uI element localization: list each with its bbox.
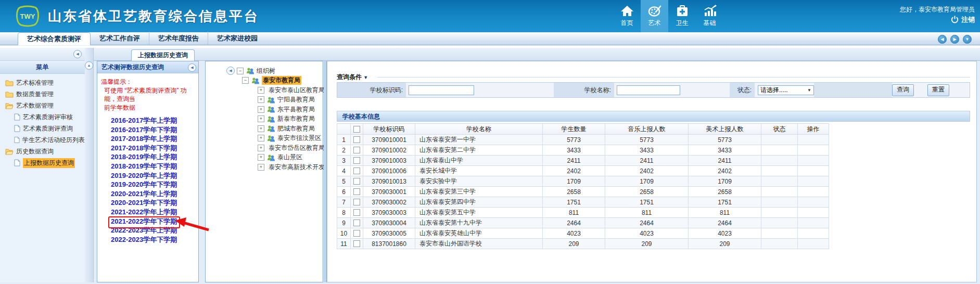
tab-art-annual-report[interactable]: 艺术年度报告 xyxy=(149,32,208,45)
minus-box-icon[interactable]: − xyxy=(237,68,244,74)
row-checkbox[interactable] xyxy=(353,167,360,174)
tree-node-district[interactable]: + 泰安市徂汶景区 xyxy=(206,134,323,144)
plus-box-icon[interactable]: + xyxy=(258,154,264,161)
sidebar-item-art-data-mgmt[interactable]: 艺术数据管理 xyxy=(0,100,85,111)
plus-box-icon[interactable]: + xyxy=(258,96,264,103)
col-students: 学生数量 xyxy=(543,124,605,135)
splitter-collapse-button[interactable]: ▲ xyxy=(85,61,93,70)
main-panel: 查询条件 ▼ 学校标识码: 学校名称: 状态: 请选择..... ▼ 查询 重置… xyxy=(327,61,977,282)
term-link[interactable]: 2022-2023学年下学期 xyxy=(111,235,198,244)
plus-box-icon[interactable]: + xyxy=(258,164,264,171)
tree-node-root[interactable]: ◀ − 组织树 xyxy=(206,66,323,76)
plus-box-icon[interactable]: + xyxy=(258,145,264,151)
nav-label: 卫生 xyxy=(676,19,689,28)
plus-box-icon[interactable]: + xyxy=(258,106,264,113)
term-link[interactable]: 2017-2018学年下学期 xyxy=(111,144,198,153)
sidebar-splitter[interactable]: ▲ xyxy=(85,48,94,282)
row-checkbox[interactable] xyxy=(353,136,360,143)
nav-forward-circle-button[interactable]: ▶ xyxy=(950,35,959,44)
term-link[interactable]: 2017-2018学年上学期 xyxy=(111,134,198,144)
nav-item-home[interactable]: 首页 xyxy=(613,0,641,32)
row-checkbox[interactable] xyxy=(353,220,360,226)
tree-collapse-button[interactable]: ◀ xyxy=(226,67,235,75)
chevron-down-icon: ▼ xyxy=(363,75,368,80)
sidebar-collapse-button[interactable]: ◀ xyxy=(73,50,82,58)
file-icon xyxy=(14,159,20,166)
table-row: 7 3709030002 山东省泰安第四中学 1751 1751 1751 xyxy=(337,197,829,208)
row-checkbox[interactable] xyxy=(353,147,360,153)
term-link[interactable]: 2020-2021学年下学期 xyxy=(111,198,198,208)
table-header-row: 学校标识码 学校名称 学生数量 音乐上报人数 美术上报人数 状态 操作 xyxy=(337,124,829,135)
term-link[interactable]: 2019-2020学年上学期 xyxy=(111,171,198,180)
row-checkbox[interactable] xyxy=(353,199,360,205)
row-checkbox[interactable] xyxy=(353,230,360,237)
col-music: 音乐上报人数 xyxy=(605,124,689,135)
school-info-section-header: 学校基本信息 xyxy=(337,111,970,122)
row-checkbox[interactable] xyxy=(353,240,360,247)
tree-node-district[interactable]: + 泰安市岱岳区教育局 xyxy=(206,143,323,153)
nav-item-basic[interactable]: 基础 xyxy=(696,0,723,32)
row-checkbox[interactable] xyxy=(353,157,360,164)
status-select[interactable]: 请选择..... ▼ xyxy=(758,85,814,95)
row-checkbox[interactable] xyxy=(353,209,360,216)
bar-chart-icon xyxy=(703,5,717,17)
tree-node-district[interactable]: + 宁阳县教育局 xyxy=(206,95,323,105)
tree-node-district[interactable]: + 肥城市教育局 xyxy=(206,124,323,134)
tree-node-district[interactable]: + 新泰市教育局 xyxy=(206,114,323,124)
term-link[interactable]: 2018-2019学年下学期 xyxy=(111,162,198,171)
plus-box-icon[interactable]: + xyxy=(258,87,264,94)
subtab-history-query[interactable]: 上报数据历史查询 xyxy=(131,49,195,61)
sidebar-item-data-quality[interactable]: 数据质量管理 xyxy=(0,88,85,100)
table-row: 9 3709030004 山东省泰安第十九中学 2464 2464 2464 xyxy=(337,218,829,228)
tree-node-district[interactable]: + 泰山景区 xyxy=(206,153,323,163)
tree-node-district[interactable]: + 泰安市泰山区教育局 xyxy=(206,85,323,95)
sidebar-item-eval-query[interactable]: 艺术素质测评查询 xyxy=(0,123,85,134)
svg-text:TWY: TWY xyxy=(20,12,35,20)
term-link[interactable]: 2021-2022学年上学期 xyxy=(111,208,198,217)
sidebar-item-report-history-query[interactable]: 上报数据历史查询 xyxy=(0,157,85,169)
nav-label: 首页 xyxy=(621,19,633,28)
plus-box-icon[interactable]: + xyxy=(258,125,264,132)
term-link[interactable]: 2021-2022学年下学期 xyxy=(111,217,198,226)
nav-item-art[interactable]: 艺术 xyxy=(641,0,668,32)
term-link[interactable]: 2018-2019学年上学期 xyxy=(111,152,198,162)
sidebar-item-eval-audit[interactable]: 艺术素质测评审核 xyxy=(0,111,85,123)
search-button[interactable]: 查询 xyxy=(892,84,914,96)
select-all-checkbox[interactable] xyxy=(353,126,360,133)
school-id-input[interactable] xyxy=(409,85,474,95)
row-checkbox[interactable] xyxy=(353,188,360,195)
history-panel-collapse-button[interactable]: ◀ xyxy=(188,63,196,72)
reset-button[interactable]: 重置 xyxy=(927,84,949,96)
tree-node-district[interactable]: + 东平县教育局 xyxy=(206,105,323,114)
sidebar-item-activity-list[interactable]: 学生艺术活动经历列表 xyxy=(0,134,85,146)
group-people-icon xyxy=(246,67,254,74)
logout-button[interactable]: 注销 xyxy=(900,15,975,24)
school-name-input[interactable] xyxy=(617,85,680,95)
nav-menu-circle-button[interactable]: ▼ xyxy=(963,35,972,44)
term-link-highlighted[interactable]: 2022-2023学年上学期 xyxy=(111,226,198,235)
plus-box-icon[interactable]: + xyxy=(258,135,264,141)
plus-box-icon[interactable]: + xyxy=(258,115,264,122)
tab-art-self-eval[interactable]: 艺术工作自评 xyxy=(91,32,149,45)
tab-art-quality-eval[interactable]: 艺术综合素质测评 xyxy=(18,32,91,45)
tab-artist-campus[interactable]: 艺术家进校园 xyxy=(208,32,266,45)
minus-box-icon[interactable]: − xyxy=(242,77,249,84)
sidebar-item-art-standards[interactable]: 艺术标准管理 xyxy=(0,77,85,88)
col-school-name: 学校名称 xyxy=(415,124,543,135)
group-people-icon xyxy=(266,106,275,113)
tree-node-district[interactable]: + 泰安市高新技术开发区 xyxy=(206,162,323,172)
term-link[interactable]: 2016-2017学年上学期 xyxy=(111,116,198,125)
query-conditions-label[interactable]: 查询条件 ▼ xyxy=(337,73,368,82)
tree-node-bureau[interactable]: − 泰安市教育局 xyxy=(206,76,323,86)
term-link[interactable]: 2016-2017学年下学期 xyxy=(111,125,198,135)
table-row: 3 3709010003 山东省泰山中学 2411 2411 2411 xyxy=(337,156,829,166)
nav-back-circle-button[interactable]: ◀ xyxy=(938,35,947,44)
logout-label: 注销 xyxy=(961,15,975,24)
sidebar-item-history-data[interactable]: 历史数据查询 xyxy=(0,146,85,157)
row-checkbox[interactable] xyxy=(353,178,360,185)
term-link[interactable]: 2019-2020学年下学期 xyxy=(111,180,198,189)
term-list: 2016-2017学年上学期 2016-2017学年下学期 2017-2018学… xyxy=(97,116,198,244)
term-link[interactable]: 2020-2021学年上学期 xyxy=(111,189,198,199)
nav-item-health[interactable]: 卫生 xyxy=(668,0,696,32)
col-school-id: 学校标识码 xyxy=(363,124,415,135)
